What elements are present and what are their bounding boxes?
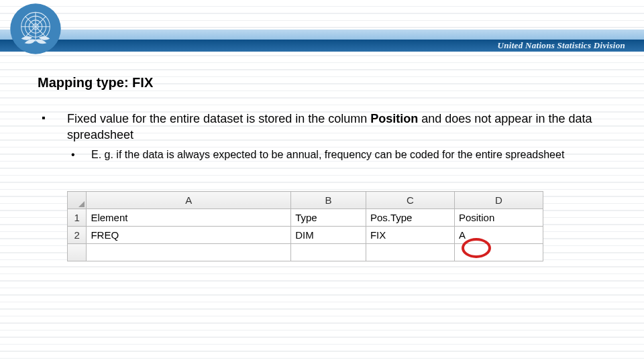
org-title: United Nations Statistics Division (498, 40, 625, 51)
bullet-list-level1: Fixed value for the entire dataset is st… (38, 111, 606, 162)
cell-a1: Element (87, 209, 291, 227)
cell-d1: Position (454, 209, 543, 227)
spreadsheet-table: A B C D 1 Element Type Pos.Type Position… (67, 191, 543, 261)
col-header-d: D (454, 192, 543, 209)
un-emblem-icon (8, 1, 63, 59)
table-row-cut (68, 244, 543, 261)
slide-title: Mapping type: FIX (38, 75, 606, 90)
bullet-list-level2: E. g. if the data is always expected to … (67, 147, 606, 162)
slide-content: Mapping type: FIX Fixed value for the en… (0, 63, 644, 261)
col-header-c: C (366, 192, 454, 209)
table-row: 1 Element Type Pos.Type Position (68, 209, 543, 227)
col-header-a: A (87, 192, 291, 209)
col-header-b: B (291, 192, 366, 209)
header-band: United Nations Statistics Division (0, 0, 644, 63)
bullet-item-1: Fixed value for the entire dataset is st… (38, 111, 606, 162)
row-header-1: 1 (68, 209, 87, 227)
column-header-row: A B C D (68, 192, 543, 209)
cell-d2: A (454, 227, 543, 244)
bullet-text-pre: Fixed value for the entire dataset is st… (67, 112, 370, 125)
table-row: 2 FREQ DIM FIX A (68, 227, 543, 244)
row-header-2: 2 (68, 227, 87, 244)
cell-b1: Type (291, 209, 366, 227)
cell-b2: DIM (291, 227, 366, 244)
cell-c1: Pos.Type (366, 209, 454, 227)
spreadsheet-screenshot: A B C D 1 Element Type Pos.Type Position… (67, 191, 543, 261)
select-all-corner (68, 192, 87, 209)
cell-a2: FREQ (87, 227, 291, 244)
bullet-text-bold: Position (370, 112, 418, 125)
sub-bullet-item-1: E. g. if the data is always expected to … (67, 147, 606, 162)
header-dark-band: United Nations Statistics Division (0, 40, 644, 52)
cell-c2: FIX (366, 227, 454, 244)
